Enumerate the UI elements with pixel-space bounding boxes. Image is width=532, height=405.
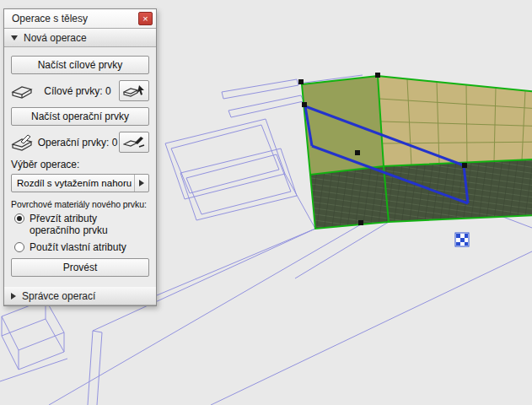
- pick-target-button[interactable]: [119, 80, 149, 101]
- radio-custom-label: Použít vlastní atributy: [30, 241, 126, 253]
- chevron-right-icon: [11, 293, 16, 300]
- slab-left-face: [310, 166, 389, 229]
- surface-materials-label: Povrchové materiály nového prvku:: [11, 199, 149, 209]
- solid-operations-panel: Operace s tělesy × Nová operace Načíst c…: [3, 8, 157, 306]
- radio-selected-icon: [14, 213, 24, 224]
- checker-badge-icon: [455, 233, 469, 246]
- operation-select-label: Výběr operace:: [11, 159, 149, 170]
- chevron-down-icon: [11, 35, 18, 40]
- pick-target-icon: [123, 84, 145, 99]
- operation-selected-value: Rozdíl s vytažením nahoru: [12, 178, 134, 188]
- selected-slab[interactable]: [298, 73, 532, 229]
- section-operation-manager-label: Správce operací: [22, 290, 95, 302]
- section-new-operation-label: Nová operace: [24, 32, 87, 44]
- radio-custom-attributes[interactable]: Použít vlastní atributy: [14, 241, 149, 253]
- panel-title: Operace s tělesy: [12, 13, 138, 24]
- close-button[interactable]: ×: [138, 12, 153, 25]
- radio-inherit-attributes[interactable]: Převzít atributy operačního prvku: [14, 213, 149, 236]
- operator-elements-count: Operační prvky: 0: [36, 137, 119, 148]
- operator-elements-row: Operační prvky: 0: [11, 131, 149, 154]
- execute-button[interactable]: Provést: [11, 258, 149, 277]
- operator-slab-icon: [11, 133, 36, 152]
- target-elements-count: Cílové prvky: 0: [36, 85, 119, 97]
- panel-body: Načíst cílové prvky Cílové prvky: 0: [4, 47, 156, 287]
- target-slab-icon: [11, 82, 36, 100]
- target-elements-row: Cílové prvky: 0: [11, 79, 149, 102]
- operation-select[interactable]: Rozdíl s vytažením nahoru: [11, 174, 149, 192]
- flyout-arrow-icon: [134, 175, 148, 192]
- pick-operator-button[interactable]: [119, 132, 149, 153]
- radio-unselected-icon: [14, 242, 24, 252]
- radio-inherit-label: Převzít atributy operačního prvku: [30, 213, 149, 236]
- load-operator-elements-button[interactable]: Načíst operační prvky: [11, 107, 149, 126]
- application-window: Operace s tělesy × Nová operace Načíst c…: [0, 0, 532, 405]
- pick-operator-icon: [123, 135, 145, 150]
- slab-ledge-face: [302, 76, 384, 175]
- close-icon: ×: [142, 14, 148, 24]
- section-operation-manager[interactable]: Správce operací: [4, 287, 156, 305]
- section-new-operation[interactable]: Nová operace: [4, 29, 156, 47]
- load-target-elements-button[interactable]: Načíst cílové prvky: [11, 56, 149, 74]
- slab-front-face: [384, 159, 532, 222]
- panel-titlebar[interactable]: Operace s tělesy ×: [4, 9, 156, 29]
